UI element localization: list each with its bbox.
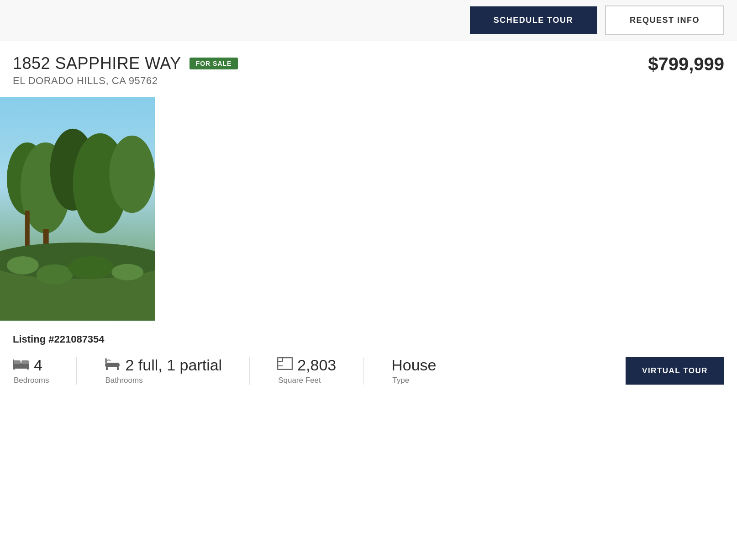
svg-point-11 bbox=[37, 264, 73, 285]
svg-rect-76 bbox=[117, 367, 119, 370]
svg-rect-72 bbox=[21, 360, 29, 364]
bedrooms-label: Bedrooms bbox=[13, 376, 49, 385]
svg-point-5 bbox=[109, 136, 155, 213]
stat-sqft-top: 2,803 bbox=[277, 356, 336, 374]
svg-rect-6 bbox=[25, 211, 30, 247]
request-info-button[interactable]: REQUEST INFO bbox=[605, 5, 724, 35]
property-stats: 4 Bedrooms 2 full, 1 partial Bat bbox=[13, 356, 724, 385]
listing-price: $799,999 bbox=[648, 54, 724, 74]
bath-icon bbox=[104, 357, 121, 373]
svg-rect-78 bbox=[278, 358, 292, 370]
sqft-icon bbox=[277, 357, 293, 373]
stat-divider-3 bbox=[363, 357, 364, 385]
svg-rect-69 bbox=[13, 367, 15, 370]
bed-icon bbox=[13, 358, 29, 373]
listing-header: 1852 SAPPHIRE WAY FOR SALE EL DORADO HIL… bbox=[0, 41, 737, 92]
svg-rect-75 bbox=[106, 367, 108, 370]
stat-type-top: House bbox=[391, 356, 436, 374]
address-street: 1852 SAPPHIRE WAY bbox=[13, 54, 181, 73]
stat-bathrooms: 2 full, 1 partial Bathrooms bbox=[104, 356, 222, 385]
stat-sqft: 2,803 Square Feet bbox=[277, 356, 336, 385]
stat-bathrooms-top: 2 full, 1 partial bbox=[104, 356, 222, 374]
address-block: 1852 SAPPHIRE WAY FOR SALE EL DORADO HIL… bbox=[13, 54, 238, 87]
schedule-tour-button[interactable]: SCHEDULE TOUR bbox=[470, 6, 597, 34]
svg-rect-71 bbox=[13, 360, 21, 364]
for-sale-badge: FOR SALE bbox=[190, 58, 238, 69]
svg-rect-77 bbox=[105, 358, 107, 364]
svg-point-13 bbox=[111, 264, 143, 280]
stat-bedrooms-top: 4 bbox=[13, 356, 49, 374]
address-city: EL DORADO HILLS, CA 95762 bbox=[13, 75, 238, 87]
photo-left bbox=[0, 97, 155, 321]
svg-rect-74 bbox=[105, 363, 120, 367]
svg-rect-70 bbox=[27, 367, 29, 370]
stat-type: House Type bbox=[391, 356, 436, 385]
type-label: Type bbox=[391, 376, 436, 385]
listing-number: Listing #221087354 bbox=[13, 333, 724, 345]
svg-point-10 bbox=[7, 256, 39, 275]
bathrooms-value: 2 full, 1 partial bbox=[125, 356, 222, 374]
svg-point-12 bbox=[68, 256, 114, 279]
header-bar: SCHEDULE TOUR REQUEST INFO bbox=[0, 0, 737, 41]
virtual-tour-button[interactable]: VIRTUAL TOUR bbox=[626, 357, 724, 385]
sqft-label: Square Feet bbox=[277, 376, 336, 385]
stat-bedrooms: 4 Bedrooms bbox=[13, 356, 49, 385]
photo-carousel: 1 / 37 ‹ › bbox=[0, 97, 737, 321]
type-value: House bbox=[391, 356, 436, 374]
stat-divider-1 bbox=[76, 357, 77, 385]
bathrooms-label: Bathrooms bbox=[104, 376, 222, 385]
svg-rect-73 bbox=[13, 359, 14, 367]
stat-divider-2 bbox=[249, 357, 250, 385]
sqft-value: 2,803 bbox=[297, 356, 336, 374]
address-line1: 1852 SAPPHIRE WAY FOR SALE bbox=[13, 54, 238, 73]
bedrooms-value: 4 bbox=[34, 356, 42, 374]
listing-details: Listing #221087354 4 Bedrooms bbox=[0, 321, 737, 385]
